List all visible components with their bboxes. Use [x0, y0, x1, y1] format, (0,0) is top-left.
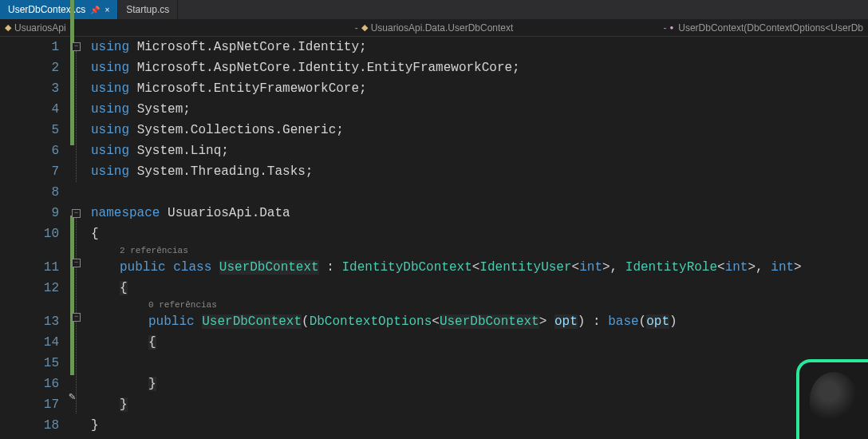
line-number: 3 — [0, 78, 59, 99]
fold-column: − − − − — [67, 37, 91, 439]
code-line: using Microsoft.AspNetCore.Identity; — [91, 37, 868, 57]
codelens-references[interactable]: 2 referências — [91, 244, 868, 257]
code-line: using System.Threading.Tasks; — [91, 161, 868, 182]
code-line — [91, 353, 868, 374]
line-number: 12 — [0, 278, 59, 299]
tab-label: Startup.cs — [126, 4, 169, 15]
code-line: public UserDbContext(DbContextOptions<Us… — [91, 311, 868, 332]
breadcrumb-text: UsuariosApi — [14, 22, 66, 34]
line-number: 7 — [0, 161, 59, 182]
tab-startup[interactable]: Startup.cs — [118, 0, 178, 19]
code-editor[interactable]: 1 2 3 4 5 6 7 8 9 10 11 12 13 14 15 16 1… — [0, 37, 868, 439]
tab-bar: UserDbContext.cs 📌 × Startup.cs — [0, 0, 868, 19]
line-number: 16 — [0, 374, 59, 394]
code-line: } — [91, 374, 868, 394]
line-number: 5 — [0, 120, 59, 140]
class-icon: ◆ — [361, 22, 368, 33]
code-line: { — [91, 332, 868, 353]
line-number-gutter: 1 2 3 4 5 6 7 8 9 10 11 12 13 14 15 16 1… — [0, 37, 67, 439]
code-line: { — [91, 278, 868, 299]
code-line: namespace UsuariosApi.Data — [91, 203, 868, 223]
line-number: 6 — [0, 140, 59, 161]
code-line — [91, 182, 868, 203]
code-line — [91, 436, 868, 439]
code-line: using Microsoft.EntityFrameworkCore; — [91, 78, 868, 99]
breadcrumb-text: UserDbContext(DbContextOptions<UserDb — [678, 22, 863, 34]
line-number: 14 — [0, 332, 59, 353]
fold-toggle[interactable]: − — [72, 209, 81, 218]
close-icon[interactable]: × — [105, 6, 109, 14]
webcam-feed — [810, 372, 858, 428]
line-number: 9 — [0, 203, 59, 223]
line-number: 15 — [0, 353, 59, 374]
line-number: 11 — [0, 257, 59, 278]
code-line: using System.Collections.Generic; — [91, 120, 868, 140]
codelens-references[interactable]: 0 referências — [91, 299, 868, 311]
code-line: using Microsoft.AspNetCore.Identity.Enti… — [91, 57, 868, 78]
code-line: } — [91, 394, 868, 415]
breadcrumb-type[interactable]: - ◆ UsuariosApi.Data.UserDbContext — [290, 22, 579, 34]
line-number: 13 — [0, 311, 59, 332]
line-number: 18 — [0, 415, 59, 436]
breadcrumb-project[interactable]: ◆ UsuariosApi — [0, 22, 290, 34]
csharp-icon: ◆ — [5, 22, 11, 33]
code-line: } — [91, 415, 868, 436]
pin-icon[interactable]: 📌 — [90, 6, 100, 14]
line-number: 8 — [0, 182, 59, 203]
code-line: { — [91, 223, 868, 244]
fold-toggle[interactable]: − — [72, 259, 81, 267]
webcam-overlay — [796, 359, 868, 439]
fold-toggle[interactable]: − — [72, 42, 81, 51]
tab-userdbcontext[interactable]: UserDbContext.cs 📌 × — [0, 0, 118, 19]
line-number: 1 — [0, 37, 59, 57]
breadcrumb-bar: ◆ UsuariosApi - ◆ UsuariosApi.Data.UserD… — [0, 19, 868, 37]
code-line: using System; — [91, 99, 868, 120]
line-number: 4 — [0, 99, 59, 120]
code-line: public class UserDbContext : IdentityDbC… — [91, 257, 868, 278]
fold-toggle[interactable]: − — [72, 313, 81, 322]
line-number: 2 — [0, 57, 59, 78]
breadcrumb-text: UsuariosApi.Data.UserDbContext — [371, 22, 514, 34]
line-number: 10 — [0, 223, 59, 244]
line-number: 19 — [0, 436, 59, 439]
code-area[interactable]: using Microsoft.AspNetCore.Identity; usi… — [91, 37, 868, 439]
line-number: 17 — [0, 394, 59, 415]
method-icon: ● — [669, 24, 673, 31]
code-line: using System.Linq; — [91, 140, 868, 161]
breadcrumb-member[interactable]: - ● UserDbContext(DbContextOptions<UserD… — [578, 22, 868, 34]
